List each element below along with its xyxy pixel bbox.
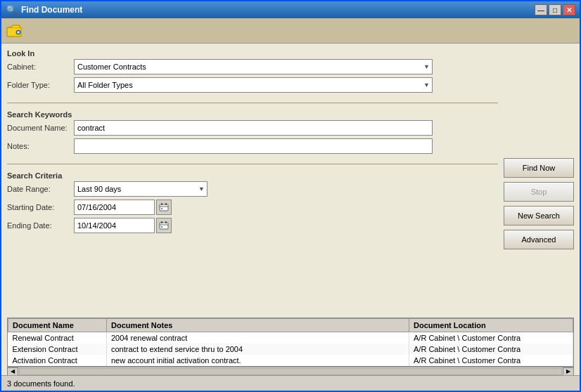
starting-date-calendar-button[interactable]: [156, 200, 172, 215]
svg-rect-12: [165, 221, 167, 223]
maximize-button[interactable]: □: [549, 4, 561, 15]
col-header-doc-notes: Document Notes: [107, 319, 409, 332]
cell-doc-name: Renewal Contract: [8, 332, 107, 344]
scroll-right-button[interactable]: ▶: [563, 367, 574, 376]
starting-date-label: Starting Date:: [7, 203, 74, 211]
scroll-track[interactable]: [19, 368, 562, 375]
search-keywords-label: Search Keywords: [7, 110, 498, 119]
ending-date-label: Ending Date:: [7, 221, 74, 230]
find-now-button[interactable]: Find Now: [504, 158, 574, 178]
calendar-icon-2: [159, 221, 169, 230]
results-table: Document Name Document Notes Document Lo…: [8, 318, 573, 366]
stop-button[interactable]: Stop: [504, 182, 574, 202]
svg-rect-8: [161, 208, 162, 209]
folder-type-select[interactable]: All Folder Types Contract Proposal: [74, 77, 433, 93]
cell-doc-notes: contract to extend service thru to 2004: [107, 344, 409, 355]
table-row[interactable]: Activation Contract new account initial …: [8, 355, 573, 366]
svg-rect-9: [160, 223, 168, 229]
status-text: 3 documents found.: [7, 379, 75, 388]
date-range-label: Date Range:: [7, 185, 74, 193]
title-bar: 🔍 Find Document — □ ✕: [1, 1, 580, 18]
cell-doc-location: A/R Cabinet \ Customer Contra: [409, 332, 573, 344]
ending-date-calendar-button[interactable]: [156, 218, 172, 233]
toolbar: [1, 18, 580, 44]
minimize-button[interactable]: —: [535, 4, 547, 15]
cell-doc-notes: new account initial activation contract.: [107, 355, 409, 366]
date-range-select[interactable]: Last 90 days Last 30 days Last 7 days Cu…: [74, 181, 208, 197]
form-panel: Look In Cabinet: Customer Contracts All …: [7, 49, 498, 312]
notes-label: Notes:: [7, 142, 74, 150]
cabinet-select-wrapper: Customer Contracts All Cabinets: [74, 59, 433, 74]
calendar-icon: [159, 203, 169, 211]
svg-rect-6: [161, 203, 162, 205]
search-criteria-label: Search Criteria: [7, 171, 498, 180]
advanced-button[interactable]: Advanced: [504, 230, 574, 249]
new-search-button[interactable]: New Search: [504, 206, 574, 226]
starting-date-group: Starting Date:: [7, 200, 498, 215]
ending-date-group: Ending Date:: [7, 218, 498, 233]
cell-doc-location: A/R Cabinet \ Customer Contra: [409, 344, 573, 355]
look-in-label: Look In: [7, 49, 498, 58]
svg-rect-4: [160, 204, 168, 211]
window-title: Find Document: [21, 5, 82, 15]
folder-type-group: Folder Type: All Folder Types Contract P…: [7, 77, 498, 93]
title-buttons: — □ ✕: [535, 4, 575, 15]
starting-date-input[interactable]: [74, 200, 155, 215]
col-header-doc-name: Document Name: [8, 319, 107, 332]
divider-1: [7, 103, 498, 103]
status-bar: 3 documents found.: [1, 375, 580, 391]
doc-name-group: Document Name:: [7, 120, 498, 136]
window-icon: 🔍: [6, 4, 17, 15]
cabinet-group: Cabinet: Customer Contracts All Cabinets: [7, 59, 498, 74]
cell-doc-name: Extension Contract: [8, 344, 107, 355]
main-content: Look In Cabinet: Customer Contracts All …: [1, 44, 580, 318]
notes-input[interactable]: [74, 138, 433, 154]
folder-type-label: Folder Type:: [7, 81, 74, 89]
cell-doc-name: Activation Contract: [8, 355, 107, 366]
folder-type-select-wrapper: All Folder Types Contract Proposal: [74, 77, 433, 93]
table-row[interactable]: Extension Contract contract to extend se…: [8, 344, 573, 355]
cell-doc-location: A/R Cabinet \ Customer Contra: [409, 355, 573, 366]
results-area: Document Name Document Notes Document Lo…: [7, 318, 574, 367]
col-header-doc-location: Document Location: [409, 319, 573, 332]
search-criteria-section: Search Criteria Date Range: Last 90 days…: [7, 171, 498, 236]
look-in-section: Look In Cabinet: Customer Contracts All …: [7, 49, 498, 96]
table-header-row: Document Name Document Notes Document Lo…: [8, 319, 573, 332]
cabinet-label: Cabinet:: [7, 63, 74, 71]
svg-rect-11: [161, 221, 162, 223]
scroll-left-button[interactable]: ◀: [7, 367, 18, 376]
notes-group: Notes:: [7, 138, 498, 154]
svg-rect-13: [161, 226, 162, 228]
close-button[interactable]: ✕: [563, 4, 575, 15]
ending-date-input[interactable]: [74, 218, 155, 233]
date-range-select-wrapper: Last 90 days Last 30 days Last 7 days Cu…: [74, 181, 208, 197]
search-keywords-section: Search Keywords Document Name: Notes:: [7, 110, 498, 157]
divider-2: [7, 164, 498, 164]
horizontal-scrollbar[interactable]: ◀ ▶: [7, 367, 574, 375]
toolbar-folder-icon: [6, 22, 23, 39]
svg-rect-7: [165, 203, 167, 205]
title-bar-left: 🔍 Find Document: [6, 4, 82, 15]
date-range-group: Date Range: Last 90 days Last 30 days La…: [7, 181, 498, 197]
button-panel: Find Now Stop New Search Advanced: [504, 49, 574, 312]
cell-doc-notes: 2004 renewal contract: [107, 332, 409, 344]
cabinet-select[interactable]: Customer Contracts All Cabinets: [74, 59, 433, 74]
doc-name-input[interactable]: [74, 120, 433, 136]
find-document-window: 🔍 Find Document — □ ✕ Look In Cabinet:: [0, 0, 581, 392]
doc-name-label: Document Name:: [7, 124, 74, 132]
table-row[interactable]: Renewal Contract 2004 renewal contract A…: [8, 332, 573, 344]
